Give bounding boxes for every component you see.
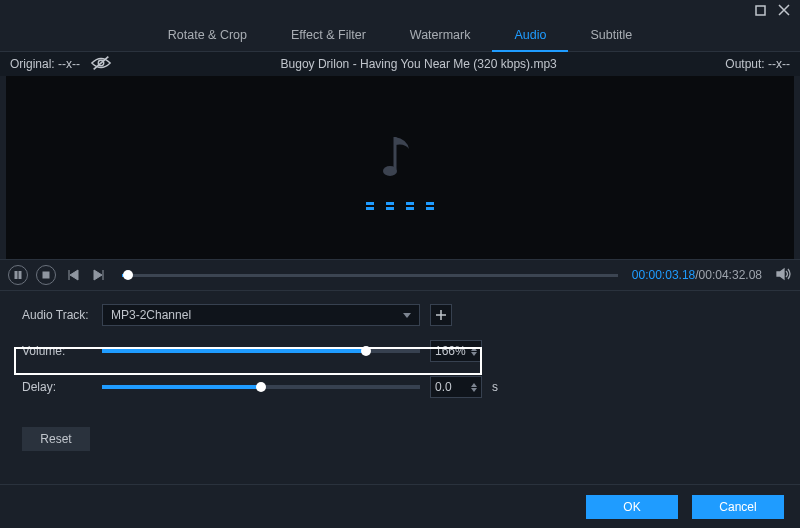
- chevron-down-icon: [403, 313, 411, 318]
- progress-thumb[interactable]: [123, 270, 133, 280]
- cancel-button[interactable]: Cancel: [692, 495, 784, 519]
- volume-icon[interactable]: [776, 267, 792, 284]
- svg-rect-0: [756, 6, 765, 15]
- volume-fill: [102, 349, 366, 353]
- close-icon[interactable]: [778, 4, 790, 16]
- svg-rect-5: [19, 271, 21, 279]
- tab-rotate-crop[interactable]: Rotate & Crop: [146, 20, 269, 52]
- spin-arrows[interactable]: [471, 347, 477, 356]
- tab-subtitle[interactable]: Subtitle: [568, 20, 654, 52]
- eye-off-icon[interactable]: [90, 55, 112, 74]
- delay-label: Delay:: [22, 380, 92, 394]
- svg-rect-4: [15, 271, 17, 279]
- audio-track-row: Audio Track: MP3-2Channel: [22, 303, 778, 327]
- audio-track-select[interactable]: MP3-2Channel: [102, 304, 420, 326]
- volume-slider[interactable]: [102, 349, 420, 353]
- arrow-up-icon[interactable]: [471, 383, 477, 387]
- pause-button[interactable]: [8, 265, 28, 285]
- prev-button[interactable]: [64, 266, 82, 284]
- volume-spin[interactable]: 166%: [430, 340, 482, 362]
- arrow-up-icon[interactable]: [471, 347, 477, 351]
- controls-panel: Audio Track: MP3-2Channel Volume: 166% D…: [0, 291, 800, 457]
- audio-wave-icon: [366, 202, 434, 205]
- progress-slider[interactable]: [122, 274, 618, 277]
- output-label: Output: --x--: [725, 57, 790, 71]
- tab-watermark[interactable]: Watermark: [388, 20, 493, 52]
- volume-label: Volume:: [22, 344, 92, 358]
- playback-bar: 00:00:03.18/00:04:32.08: [0, 259, 800, 291]
- audio-track-label: Audio Track:: [22, 308, 92, 322]
- spin-arrows[interactable]: [471, 383, 477, 392]
- time-display: 00:00:03.18/00:04:32.08: [632, 268, 762, 282]
- arrow-down-icon[interactable]: [471, 388, 477, 392]
- audio-track-value: MP3-2Channel: [111, 308, 191, 322]
- stop-button[interactable]: [36, 265, 56, 285]
- tab-bar: Rotate & Crop Effect & Filter Watermark …: [0, 20, 800, 52]
- delay-slider[interactable]: [102, 385, 420, 389]
- volume-value: 166%: [435, 344, 466, 358]
- delay-fill: [102, 385, 261, 389]
- maximize-icon[interactable]: [754, 4, 766, 16]
- delay-row: Delay: 0.0 s: [22, 375, 778, 399]
- svg-point-3: [383, 166, 397, 176]
- arrow-down-icon[interactable]: [471, 352, 477, 356]
- music-note-icon: [383, 131, 417, 184]
- tab-effect-filter[interactable]: Effect & Filter: [269, 20, 388, 52]
- reset-button[interactable]: Reset: [22, 427, 90, 451]
- delay-unit: s: [492, 380, 498, 394]
- filename-label: Bugoy Drilon - Having You Near Me (320 k…: [112, 57, 725, 71]
- add-track-button[interactable]: [430, 304, 452, 326]
- delay-spin[interactable]: 0.0: [430, 376, 482, 398]
- svg-rect-6: [43, 272, 49, 278]
- tab-audio[interactable]: Audio: [492, 20, 568, 52]
- current-time: 00:00:03.18: [632, 268, 695, 282]
- delay-thumb[interactable]: [256, 382, 266, 392]
- footer: OK Cancel: [0, 484, 800, 528]
- preview-area: [6, 76, 794, 259]
- delay-value: 0.0: [435, 380, 452, 394]
- volume-row: Volume: 166%: [22, 339, 778, 363]
- ok-button[interactable]: OK: [586, 495, 678, 519]
- titlebar: [0, 0, 800, 20]
- info-bar: Original: --x-- Bugoy Drilon - Having Yo…: [0, 52, 800, 76]
- next-button[interactable]: [90, 266, 108, 284]
- volume-thumb[interactable]: [361, 346, 371, 356]
- original-label: Original: --x--: [10, 57, 80, 71]
